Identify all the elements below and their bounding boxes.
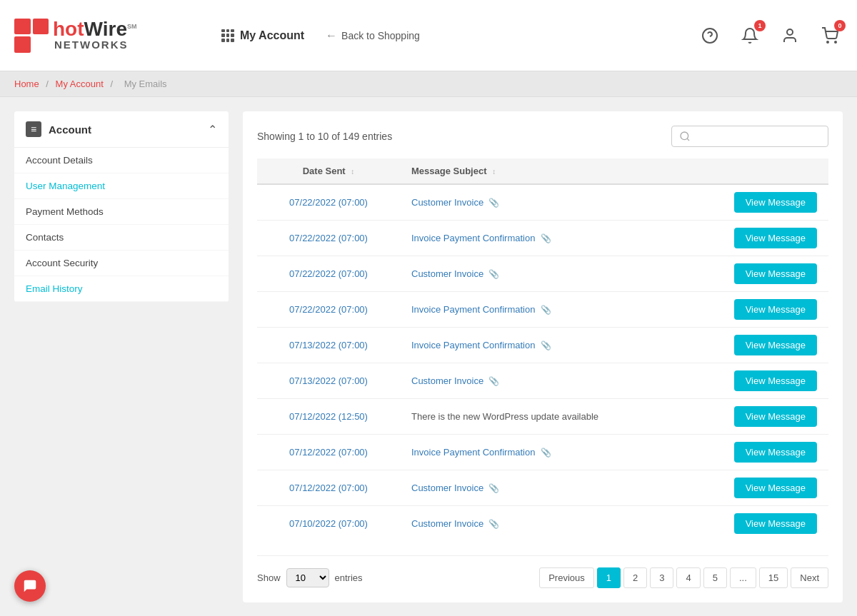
view-message-button[interactable]: View Message <box>734 442 817 463</box>
page-4-button[interactable]: 4 <box>676 567 700 588</box>
subject-cell[interactable]: Invoice Payment Confirmation 📎 <box>400 328 714 363</box>
logo-networks: NETWORKS <box>54 39 136 51</box>
action-cell: View Message <box>714 256 828 292</box>
table-row: 07/13/2022 (07:00)Customer Invoice 📎View… <box>257 363 828 399</box>
my-account-nav[interactable]: My Account <box>221 29 304 42</box>
page-3-button[interactable]: 3 <box>650 567 673 588</box>
page-15-button[interactable]: 15 <box>759 567 788 588</box>
help-icon <box>701 27 718 44</box>
svg-point-4 <box>835 41 836 43</box>
table-row: 07/12/2022 (07:00)Invoice Payment Confir… <box>257 435 828 470</box>
col-actions <box>714 158 828 184</box>
sidebar-title: Account <box>49 123 91 136</box>
subject-cell[interactable]: Invoice Payment Confirmation 📎 <box>400 435 714 470</box>
view-message-button[interactable]: View Message <box>734 370 817 391</box>
back-to-shopping-link[interactable]: ← Back to Shopping <box>326 29 420 42</box>
page-5-button[interactable]: 5 <box>703 567 727 588</box>
date-cell: 07/13/2022 (07:00) <box>257 328 400 363</box>
email-table: Date Sent ↕ Message Subject ↕ 07/22/2022… <box>257 158 828 541</box>
view-message-button[interactable]: View Message <box>734 192 817 213</box>
sidebar-collapse-button[interactable]: ⌃ <box>208 123 217 136</box>
col-date-sent[interactable]: Date Sent ↕ <box>257 158 400 184</box>
action-cell: View Message <box>714 435 828 470</box>
action-cell: View Message <box>714 328 828 363</box>
user-icon <box>781 27 798 44</box>
per-page-select[interactable]: 10 25 50 100 <box>286 568 329 587</box>
search-icon <box>679 131 691 142</box>
subject-cell[interactable]: Customer Invoice 📎 <box>400 470 714 506</box>
page-1-button[interactable]: 1 <box>597 567 621 588</box>
cart-badge: 0 <box>834 20 846 31</box>
date-sort-icon: ↕ <box>351 168 354 176</box>
subject-cell[interactable]: Invoice Payment Confirmation 📎 <box>400 292 714 328</box>
table-row: 07/13/2022 (07:00)Invoice Payment Confir… <box>257 328 828 363</box>
table-header-row: Date Sent ↕ Message Subject ↕ <box>257 158 828 184</box>
prev-button[interactable]: Previous <box>539 567 594 588</box>
sidebar: Account ⌃ Account Details User Managemen… <box>14 111 229 302</box>
notifications-badge: 1 <box>754 20 766 31</box>
view-message-button[interactable]: View Message <box>734 478 817 498</box>
search-box[interactable] <box>671 126 828 147</box>
view-message-button[interactable]: View Message <box>734 299 817 320</box>
svg-line-6 <box>687 138 689 141</box>
date-cell: 07/10/2022 (07:00) <box>257 506 400 542</box>
breadcrumb-my-emails: My Emails <box>124 79 167 89</box>
view-message-button[interactable]: View Message <box>734 263 817 284</box>
sidebar-item-payment-methods[interactable]: Payment Methods <box>14 199 229 225</box>
col-message-subject[interactable]: Message Subject ↕ <box>400 158 714 184</box>
logo-sm: SM <box>127 23 137 30</box>
attachment-icon: 📎 <box>486 519 499 529</box>
attachment-icon: 📎 <box>538 305 551 315</box>
sidebar-item-email-history[interactable]: Email History <box>14 276 229 302</box>
action-cell: View Message <box>714 506 828 542</box>
table-row: 07/10/2022 (07:00)Customer Invoice 📎View… <box>257 506 828 542</box>
logo-wire: Wire <box>84 18 127 40</box>
svg-point-3 <box>827 41 828 43</box>
table-row: 07/12/2022 (12:50)There is the new WordP… <box>257 399 828 435</box>
help-button[interactable] <box>697 23 723 49</box>
subject-cell[interactable]: Customer Invoice 📎 <box>400 184 714 221</box>
attachment-icon: 📎 <box>538 448 551 458</box>
page-2-button[interactable]: 2 <box>623 567 647 588</box>
table-row: 07/12/2022 (07:00)Customer Invoice 📎View… <box>257 470 828 506</box>
sidebar-item-account-security[interactable]: Account Security <box>14 251 229 276</box>
search-input[interactable] <box>695 131 821 142</box>
table-meta: Showing 1 to 10 of 149 entries <box>257 126 828 147</box>
view-message-button[interactable]: View Message <box>734 228 817 248</box>
subject-cell[interactable]: There is the new WordPress update availa… <box>400 399 714 435</box>
breadcrumb-sep1: / <box>46 79 49 89</box>
view-message-button[interactable]: View Message <box>734 513 817 534</box>
cart-button[interactable]: 0 <box>817 23 843 49</box>
action-cell: View Message <box>714 292 828 328</box>
date-cell: 07/22/2022 (07:00) <box>257 256 400 292</box>
attachment-icon: 📎 <box>538 340 551 350</box>
notifications-button[interactable]: 1 <box>737 23 763 49</box>
chat-bubble-button[interactable] <box>14 570 46 602</box>
date-cell: 07/12/2022 (07:00) <box>257 435 400 470</box>
date-cell: 07/22/2022 (07:00) <box>257 221 400 256</box>
main-layout: Account ⌃ Account Details User Managemen… <box>0 97 857 616</box>
subject-cell[interactable]: Customer Invoice 📎 <box>400 363 714 399</box>
attachment-icon: 📎 <box>538 233 551 243</box>
attachment-icon: 📎 <box>486 376 499 386</box>
showing-text: Showing 1 to 10 of 149 entries <box>257 131 392 142</box>
user-account-button[interactable] <box>777 23 803 49</box>
view-message-button[interactable]: View Message <box>734 406 817 427</box>
header: hotWireSM NETWORKS My Account ← Back to … <box>0 0 857 71</box>
breadcrumb-home[interactable]: Home <box>14 79 39 89</box>
sidebar-item-contacts[interactable]: Contacts <box>14 225 229 251</box>
subject-cell[interactable]: Invoice Payment Confirmation 📎 <box>400 221 714 256</box>
sidebar-nav: Account Details User Management Payment … <box>14 148 229 302</box>
back-to-shopping-label: Back to Shopping <box>341 30 420 41</box>
sidebar-item-account-details[interactable]: Account Details <box>14 148 229 173</box>
subject-cell[interactable]: Customer Invoice 📎 <box>400 506 714 542</box>
page-ellipsis: ... <box>730 567 756 588</box>
action-cell: View Message <box>714 184 828 221</box>
sidebar-item-user-management[interactable]: User Management <box>14 173 229 199</box>
view-message-button[interactable]: View Message <box>734 335 817 355</box>
subject-cell[interactable]: Customer Invoice 📎 <box>400 256 714 292</box>
action-cell: View Message <box>714 363 828 399</box>
next-button[interactable]: Next <box>791 567 828 588</box>
breadcrumb-my-account[interactable]: My Account <box>56 79 104 89</box>
table-row: 07/22/2022 (07:00)Customer Invoice 📎View… <box>257 184 828 221</box>
